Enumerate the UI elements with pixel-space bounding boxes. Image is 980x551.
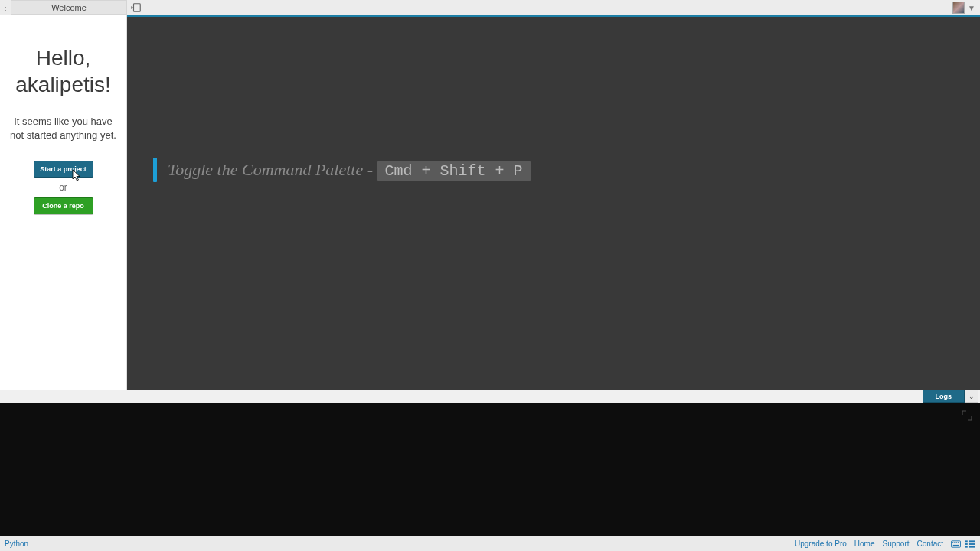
tip-sep: -	[363, 160, 377, 179]
svg-rect-8	[969, 540, 975, 542]
expand-console-icon[interactable]	[962, 410, 972, 421]
tip-shortcut: Cmd + Shift + P	[377, 161, 531, 181]
editor[interactable]: Toggle the Command Palette - Cmd + Shift…	[127, 17, 980, 390]
svg-rect-10	[969, 543, 975, 545]
list-icon[interactable]	[965, 540, 975, 548]
greeting-subtext: It seems like you have not started anyth…	[8, 115, 119, 142]
greeting: Hello, akalipetis!	[8, 44, 119, 98]
or-label: or	[8, 182, 119, 193]
svg-rect-2	[953, 544, 959, 546]
keyboard-icon[interactable]	[951, 540, 961, 548]
tip-text: Toggle the Command Palette - Cmd + Shift…	[168, 160, 531, 180]
svg-rect-7	[965, 540, 968, 542]
logs-tabstrip: Logs ⌄	[0, 390, 980, 403]
tip-phrase: Toggle the Command Palette	[168, 160, 363, 179]
status-bar: Python Upgrade to Pro Home Support Conta…	[0, 536, 980, 551]
tab-logs[interactable]: Logs	[923, 390, 965, 403]
svg-rect-1	[951, 540, 960, 546]
tab-welcome[interactable]: Welcome	[11, 0, 127, 15]
svg-rect-4	[954, 542, 955, 543]
svg-rect-6	[958, 542, 959, 543]
status-right: Upgrade to Pro Home Support Contact	[795, 540, 975, 548]
svg-rect-12	[969, 546, 975, 547]
console[interactable]	[0, 403, 980, 536]
svg-rect-5	[956, 542, 957, 543]
tip-accent-bar	[153, 158, 157, 182]
start-project-button[interactable]: Start a project	[34, 161, 93, 178]
editor-area: Toggle the Command Palette - Cmd + Shift…	[127, 15, 980, 390]
command-palette-tip: Toggle the Command Palette - Cmd + Shift…	[153, 158, 531, 182]
link-contact[interactable]: Contact	[917, 540, 943, 548]
sidebar-tabstrip: ⋮ Welcome	[0, 0, 127, 15]
tab-label: Welcome	[51, 3, 87, 12]
clone-repo-button[interactable]: Clone a repo	[34, 197, 93, 214]
link-home[interactable]: Home	[854, 540, 875, 548]
svg-rect-11	[965, 546, 968, 547]
tab-label: Logs	[936, 393, 952, 400]
svg-rect-3	[952, 542, 953, 543]
top-bar: ⋮ Welcome ▼	[0, 0, 980, 15]
sidebar-menu-icon[interactable]: ⋮	[0, 6, 11, 8]
editor-tabstrip	[127, 0, 980, 15]
logs-collapse-caret-icon[interactable]: ⌄	[965, 390, 978, 403]
link-support[interactable]: Support	[883, 540, 910, 548]
dock-panel-icon[interactable]	[127, 2, 145, 13]
svg-rect-9	[965, 543, 968, 545]
svg-rect-0	[134, 4, 141, 12]
account-menu-caret-icon[interactable]: ▼	[966, 2, 977, 14]
status-language[interactable]: Python	[5, 540, 28, 548]
link-upgrade[interactable]: Upgrade to Pro	[795, 540, 847, 548]
sidebar: Hello, akalipetis! It seems like you hav…	[0, 15, 127, 390]
avatar[interactable]	[952, 2, 965, 14]
